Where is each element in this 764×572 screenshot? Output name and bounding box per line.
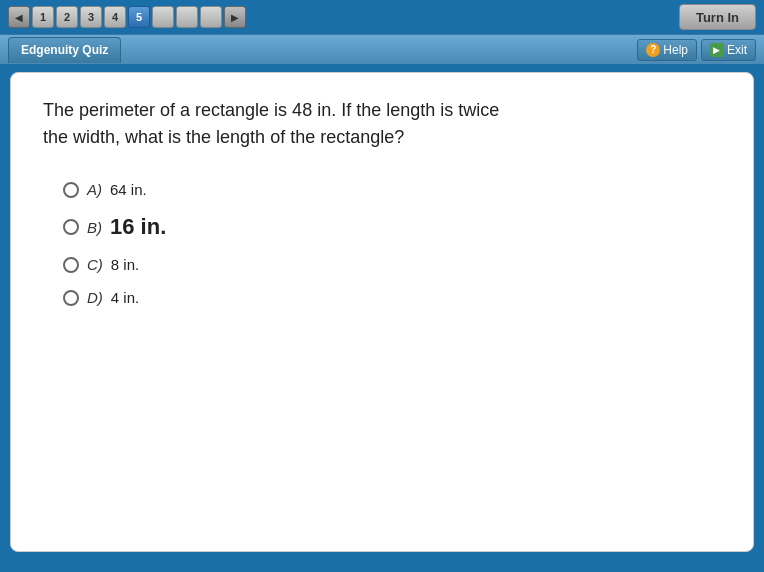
option-b-label: B) [87, 219, 102, 236]
option-b[interactable]: B) 16 in. [63, 214, 721, 240]
option-a-label: A) [87, 181, 102, 198]
option-c-text: 8 in. [111, 256, 139, 273]
radio-a[interactable] [63, 182, 79, 198]
radio-c[interactable] [63, 257, 79, 273]
question-line2: the width, what is the length of the rec… [43, 127, 404, 147]
page-btn-3[interactable]: 3 [80, 6, 102, 28]
page-spacer-1 [152, 6, 174, 28]
option-d-text: 4 in. [111, 289, 139, 306]
page-spacer-3 [200, 6, 222, 28]
option-d-label: D) [87, 289, 103, 306]
nav-strip: ◀ 1 2 3 4 5 ▶ [8, 6, 246, 28]
option-a-text: 64 in. [110, 181, 147, 198]
turn-in-button[interactable]: Turn In [679, 4, 756, 30]
quiz-tab[interactable]: Edgenuity Quiz [8, 37, 121, 63]
radio-b[interactable] [63, 219, 79, 235]
page-btn-4[interactable]: 4 [104, 6, 126, 28]
option-b-text: 16 in. [110, 214, 166, 240]
help-button[interactable]: ? Help [637, 39, 697, 61]
option-a[interactable]: A) 64 in. [63, 181, 721, 198]
question-line1: The perimeter of a rectangle is 48 in. I… [43, 100, 499, 120]
exit-button[interactable]: ▶ Exit [701, 39, 756, 61]
page-btn-1[interactable]: 1 [32, 6, 54, 28]
next-arrow[interactable]: ▶ [224, 6, 246, 28]
prev-arrow[interactable]: ◀ [8, 6, 30, 28]
tab-bar: Edgenuity Quiz ? Help ▶ Exit [0, 34, 764, 64]
help-icon: ? [646, 43, 660, 57]
exit-label: Exit [727, 43, 747, 57]
tab-right-buttons: ? Help ▶ Exit [637, 39, 756, 61]
page-btn-2[interactable]: 2 [56, 6, 78, 28]
question-text: The perimeter of a rectangle is 48 in. I… [43, 97, 721, 151]
exit-icon: ▶ [710, 43, 724, 57]
page-btn-5[interactable]: 5 [128, 6, 150, 28]
radio-d[interactable] [63, 290, 79, 306]
help-label: Help [663, 43, 688, 57]
option-c-label: C) [87, 256, 103, 273]
top-bar: ◀ 1 2 3 4 5 ▶ Turn In [0, 0, 764, 34]
page-spacer-2 [176, 6, 198, 28]
main-content: The perimeter of a rectangle is 48 in. I… [10, 72, 754, 552]
answer-options: A) 64 in. B) 16 in. C) 8 in. D) 4 in. [63, 181, 721, 306]
option-d[interactable]: D) 4 in. [63, 289, 721, 306]
option-c[interactable]: C) 8 in. [63, 256, 721, 273]
